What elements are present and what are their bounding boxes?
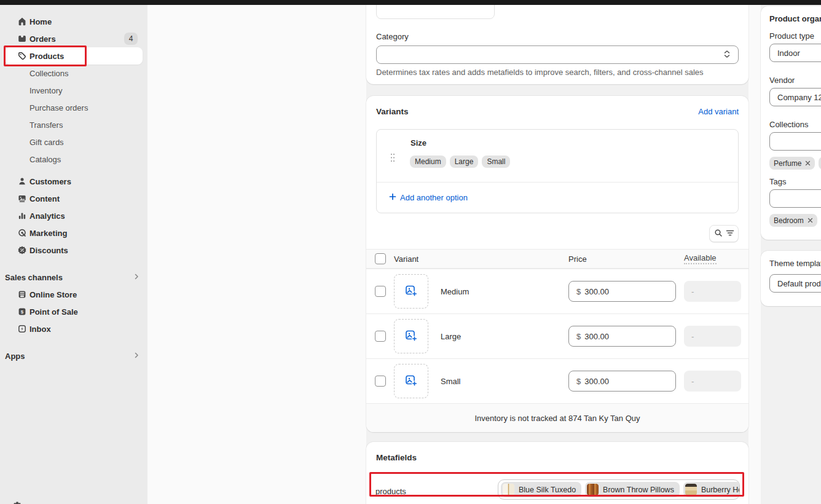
theme-template-select[interactable]: Default product: [769, 274, 821, 293]
image-add-icon: [404, 329, 418, 344]
sidebar-item-label: Home: [29, 17, 52, 26]
collection-chip-partial[interactable]: [819, 157, 821, 170]
select-all-checkbox[interactable]: [375, 253, 386, 264]
discounts-icon: [17, 245, 27, 255]
collections-input[interactable]: [769, 132, 821, 151]
apps-header[interactable]: Apps: [5, 347, 143, 364]
select-updown-icon: [723, 50, 731, 60]
variant-name[interactable]: Medium: [441, 287, 469, 296]
add-image-placeholder[interactable]: [394, 319, 428, 353]
tag-chip[interactable]: Bedroom: [769, 214, 817, 227]
image-add-icon: [404, 374, 418, 389]
available-field-disabled: -: [684, 281, 741, 302]
option-value-chip[interactable]: Large: [450, 156, 479, 168]
sidebar-item-collections[interactable]: Collections: [5, 65, 143, 82]
top-bar: [0, 0, 821, 5]
point-of-sale-icon: $: [17, 307, 27, 317]
collection-chip[interactable]: Perfume: [769, 157, 815, 170]
row-checkbox[interactable]: [375, 376, 386, 387]
add-variant-link[interactable]: Add variant: [698, 107, 739, 116]
product-reference-chip[interactable]: Burberry Hero: [683, 482, 740, 497]
category-helper-text: Determines tax rates and adds metafields…: [376, 68, 704, 77]
tags-chips: Bedroom: [769, 214, 821, 227]
right-column: Product organization Product type Indoor…: [761, 5, 821, 504]
price-input[interactable]: $ 300.00: [568, 326, 676, 347]
product-media-thumbnail[interactable]: [376, 5, 495, 19]
orders-icon: [17, 34, 27, 44]
content-column: Category Determines tax rates and adds m…: [366, 5, 748, 504]
sidebar-item-purchase-orders[interactable]: Purchase orders: [5, 99, 143, 116]
sidebar-item-catalogs[interactable]: Catalogs: [5, 151, 143, 168]
chevron-right-icon: [133, 352, 140, 361]
sidebar-item-content[interactable]: Content: [5, 190, 143, 207]
tags-label: Tags: [769, 177, 786, 186]
option-values: Medium Large Small: [410, 156, 510, 168]
inventory-footer-note: Inventory is not tracked at 874 Tan Ky T…: [366, 403, 748, 432]
sidebar-item-label: Online Store: [29, 290, 77, 299]
product-type-input[interactable]: Indoor: [769, 44, 821, 62]
currency-symbol: $: [576, 287, 581, 296]
row-checkbox[interactable]: [375, 331, 386, 342]
price-input[interactable]: $ 300.00: [568, 371, 676, 392]
chip-thumbnail: [685, 483, 697, 496]
image-add-icon: [404, 284, 418, 299]
sidebar: Home Orders 4 Products Collections Inven…: [0, 5, 147, 504]
content-icon: [17, 194, 27, 203]
product-reference-chip[interactable]: Blue Silk Tuxedo: [501, 482, 581, 497]
add-another-option-button[interactable]: Add another option: [389, 193, 468, 202]
svg-text:$: $: [21, 309, 24, 315]
variant-name[interactable]: Large: [441, 332, 461, 341]
sidebar-item-online-store[interactable]: Online Store: [5, 286, 143, 303]
theme-template-card: Theme template Default product: [761, 251, 821, 306]
sidebar-item-customers[interactable]: Customers: [5, 173, 143, 190]
option-name[interactable]: Size: [410, 138, 426, 148]
price-value: 300.00: [584, 287, 609, 296]
drag-handle-icon[interactable]: [390, 153, 395, 164]
chip-thumbnail: [502, 483, 515, 496]
vendor-label: Vendor: [769, 76, 795, 85]
sidebar-item-inventory[interactable]: Inventory: [5, 82, 143, 99]
sidebar-item-inbox[interactable]: Inbox: [5, 320, 143, 337]
variant-name[interactable]: Small: [441, 377, 461, 386]
sidebar-item-label: Settings: [25, 502, 56, 504]
remove-chip-icon[interactable]: [805, 159, 811, 168]
metafield-row-label[interactable]: products: [375, 487, 406, 496]
variant-search-filter-button[interactable]: [709, 225, 739, 242]
currency-symbol: $: [576, 377, 581, 386]
theme-template-label: Theme template: [769, 259, 821, 268]
remove-chip-icon[interactable]: [807, 216, 813, 225]
sidebar-item-marketing[interactable]: Marketing: [5, 224, 143, 242]
vendor-input[interactable]: Company 123: [769, 88, 821, 106]
chip-thumbnail: [586, 483, 599, 496]
tags-input[interactable]: [769, 189, 821, 208]
sidebar-item-analytics[interactable]: Analytics: [5, 207, 143, 224]
metafields-card: Metafields products Blue Silk Tuxedo Bro…: [366, 442, 748, 504]
sales-channels-header[interactable]: Sales channels: [5, 269, 143, 286]
variant-table-header: Variant Price Available: [366, 249, 748, 269]
option-value-chip[interactable]: Small: [482, 156, 510, 168]
option-value-chip[interactable]: Medium: [410, 156, 446, 168]
collections-label: Collections: [769, 120, 809, 129]
product-type-label: Product type: [769, 31, 814, 41]
price-input[interactable]: $ 300.00: [568, 281, 676, 302]
sidebar-item-label: Content: [29, 194, 60, 203]
sidebar-item-discounts[interactable]: Discounts: [5, 242, 143, 259]
sidebar-item-point-of-sale[interactable]: $ Point of Sale: [5, 303, 143, 320]
column-header-variant: Variant: [394, 254, 418, 264]
metafield-products-field[interactable]: Blue Silk Tuxedo Brown Throw Pillows Bur…: [498, 479, 740, 500]
add-image-placeholder[interactable]: [394, 364, 428, 398]
sidebar-item-products[interactable]: Products: [5, 47, 143, 65]
category-label: Category: [376, 32, 409, 41]
sidebar-item-label: Discounts: [29, 246, 68, 255]
available-field-disabled: -: [684, 326, 741, 347]
product-reference-chip[interactable]: Brown Throw Pillows: [585, 482, 680, 497]
sidebar-item-settings[interactable]: Settings: [5, 498, 143, 504]
sidebar-item-home[interactable]: Home: [5, 13, 143, 30]
category-select[interactable]: [376, 45, 739, 64]
sidebar-item-orders[interactable]: Orders 4: [5, 30, 143, 47]
sidebar-item-gift-cards[interactable]: Gift cards: [5, 133, 143, 151]
column-header-available[interactable]: Available: [684, 253, 717, 264]
row-checkbox[interactable]: [375, 286, 386, 297]
add-image-placeholder[interactable]: [394, 274, 428, 309]
sidebar-item-transfers[interactable]: Transfers: [5, 116, 143, 133]
